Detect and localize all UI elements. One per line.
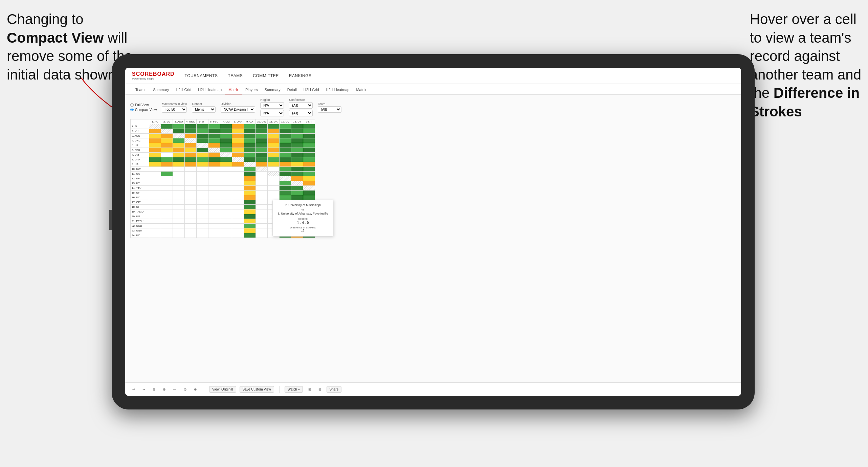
matrix-cell[interactable] <box>232 233 244 238</box>
matrix-cell[interactable] <box>280 134 291 138</box>
toolbar-watch[interactable]: Watch ▾ <box>285 386 303 393</box>
matrix-cell[interactable] <box>185 228 197 233</box>
matrix-cell[interactable] <box>244 214 256 219</box>
nav-teams[interactable]: TEAMS <box>228 72 243 80</box>
toolbar-redo[interactable]: ↪ <box>140 386 147 392</box>
matrix-cell[interactable] <box>173 214 185 219</box>
matrix-cell[interactable] <box>185 153 197 157</box>
matrix-cell[interactable] <box>256 162 268 167</box>
matrix-cell[interactable] <box>244 200 256 205</box>
nav-rankings[interactable]: RANKINGS <box>289 72 312 80</box>
matrix-cell[interactable] <box>232 209 244 214</box>
matrix-cell[interactable] <box>173 138 185 143</box>
matrix-cell[interactable] <box>303 191 315 195</box>
toolbar-view-original[interactable]: View: Original <box>209 386 236 393</box>
matrix-cell[interactable] <box>220 200 232 205</box>
matrix-cell[interactable] <box>161 233 173 238</box>
matrix-cell[interactable] <box>149 195 161 200</box>
matrix-cell[interactable] <box>208 219 220 224</box>
matrix-cell[interactable] <box>256 209 268 214</box>
matrix-cell[interactable] <box>161 148 173 153</box>
matrix-cell[interactable] <box>280 176 291 181</box>
matrix-cell[interactable] <box>185 124 197 129</box>
matrix-cell[interactable] <box>244 228 256 233</box>
matrix-cell[interactable] <box>208 214 220 219</box>
matrix-cell[interactable] <box>268 191 280 195</box>
matrix-cell[interactable] <box>220 233 232 238</box>
matrix-cell[interactable] <box>185 186 197 191</box>
matrix-cell[interactable] <box>256 195 268 200</box>
tab-h2h-grid1[interactable]: H2H Grid <box>172 86 195 94</box>
matrix-cell[interactable] <box>303 134 315 138</box>
matrix-cell[interactable] <box>185 138 197 143</box>
matrix-cell[interactable] <box>220 224 232 228</box>
matrix-cell[interactable] <box>291 172 303 176</box>
matrix-cell[interactable] <box>232 186 244 191</box>
matrix-cell[interactable] <box>185 191 197 195</box>
matrix-cell[interactable] <box>173 186 185 191</box>
matrix-cell[interactable] <box>149 153 161 157</box>
matrix-cell[interactable] <box>268 129 280 134</box>
matrix-cell[interactable] <box>208 186 220 191</box>
matrix-cell[interactable] <box>232 167 244 172</box>
nav-tournaments[interactable]: TOURNAMENTS <box>185 72 218 80</box>
matrix-cell[interactable] <box>256 124 268 129</box>
tab-detail[interactable]: Detail <box>284 86 300 94</box>
matrix-cell[interactable] <box>244 181 256 186</box>
matrix-cell[interactable] <box>208 157 220 162</box>
matrix-cell[interactable] <box>149 214 161 219</box>
matrix-cell[interactable] <box>208 191 220 195</box>
tab-players[interactable]: Players <box>242 86 261 94</box>
matrix-cell[interactable] <box>280 124 291 129</box>
full-view-option[interactable]: Full View <box>130 103 157 107</box>
matrix-cell[interactable] <box>197 219 208 224</box>
matrix-cell[interactable] <box>303 176 315 181</box>
matrix-cell[interactable] <box>220 134 232 138</box>
matrix-cell[interactable] <box>161 162 173 167</box>
matrix-cell[interactable] <box>256 138 268 143</box>
matrix-cell[interactable] <box>303 162 315 167</box>
matrix-cell[interactable] <box>208 224 220 228</box>
matrix-cell[interactable] <box>280 191 291 195</box>
matrix-cell[interactable] <box>303 143 315 148</box>
matrix-cell[interactable] <box>173 162 185 167</box>
matrix-cell[interactable] <box>173 176 185 181</box>
matrix-cell[interactable] <box>197 181 208 186</box>
matrix-cell[interactable] <box>161 219 173 224</box>
matrix-cell[interactable] <box>232 129 244 134</box>
matrix-cell[interactable] <box>185 224 197 228</box>
matrix-cell[interactable] <box>197 191 208 195</box>
matrix-cell[interactable] <box>161 186 173 191</box>
matrix-cell[interactable] <box>244 148 256 153</box>
matrix-cell[interactable] <box>197 124 208 129</box>
toolbar-btn1[interactable]: ⊕ <box>151 386 157 392</box>
matrix-cell[interactable] <box>161 200 173 205</box>
tab-h2h-heatmap1[interactable]: H2H Heatmap <box>195 86 225 94</box>
matrix-cell[interactable] <box>149 134 161 138</box>
matrix-cell[interactable] <box>208 195 220 200</box>
matrix-cell[interactable] <box>244 162 256 167</box>
matrix-cell[interactable] <box>268 148 280 153</box>
matrix-cell[interactable] <box>220 143 232 148</box>
matrix-cell[interactable] <box>197 224 208 228</box>
toolbar-undo[interactable]: ↩ <box>130 386 137 392</box>
matrix-cell[interactable] <box>303 148 315 153</box>
matrix-cell[interactable] <box>291 138 303 143</box>
matrix-cell[interactable] <box>197 172 208 176</box>
matrix-cell[interactable] <box>197 195 208 200</box>
matrix-cell[interactable] <box>232 224 244 228</box>
matrix-cell[interactable] <box>232 162 244 167</box>
matrix-cell[interactable] <box>197 148 208 153</box>
toolbar-share[interactable]: Share <box>327 386 342 393</box>
matrix-cell[interactable] <box>208 200 220 205</box>
matrix-cell[interactable] <box>161 153 173 157</box>
matrix-cell[interactable] <box>173 124 185 129</box>
region-select[interactable]: N/A <box>260 102 284 109</box>
matrix-cell[interactable] <box>149 186 161 191</box>
matrix-cell[interactable] <box>208 162 220 167</box>
matrix-cell[interactable] <box>161 205 173 209</box>
matrix-cell[interactable] <box>173 157 185 162</box>
matrix-cell[interactable] <box>208 129 220 134</box>
matrix-cell[interactable] <box>185 176 197 181</box>
matrix-cell[interactable] <box>291 176 303 181</box>
